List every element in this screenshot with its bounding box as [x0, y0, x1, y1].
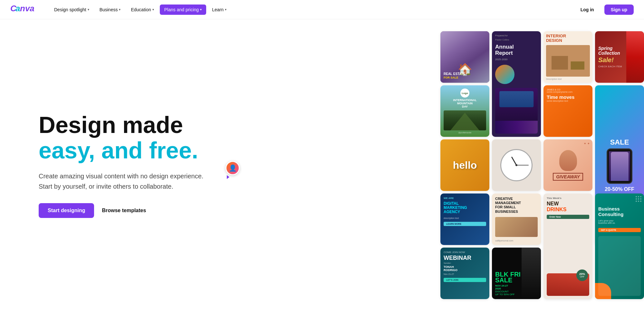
nav-item-business[interactable]: Business ▾: [95, 5, 125, 15]
template-grid: 🏠 REAL ESTATEFor SALE Prepared for Pasto…: [438, 19, 644, 311]
clock-face: [500, 149, 533, 181]
svg-text:nva: nva: [20, 4, 34, 13]
template-card-hello[interactable]: hello: [440, 139, 489, 191]
hero-text: Design made easy, and free. Create amazi…: [39, 112, 206, 218]
template-card-webinar[interactable]: COME JOIN NOW WEBINAR Speaker: TONAHRODR…: [440, 248, 489, 299]
nav-links: Design spotlight ▾ Business ▾ Education …: [50, 5, 574, 15]
canva-logo[interactable]: C a nva: [10, 4, 39, 15]
hero-title-line2: easy, and free.: [39, 138, 206, 163]
template-card-digital-marketing[interactable]: WE ARE DIGITALMARKETINGAGENCY descriptio…: [440, 193, 489, 245]
nav-item-learn[interactable]: Learn ▾: [207, 5, 231, 15]
svg-text:a: a: [15, 4, 20, 13]
template-card-creative-management[interactable]: CREATIVEMANAGEMENTFOR SMALLBUSINESSES ca…: [492, 193, 541, 245]
template-card-spring-collection[interactable]: SpringCollection Sale! CHECK EACH ITEM: [595, 31, 644, 83]
nav-item-education[interactable]: Education ▾: [126, 5, 158, 15]
nav-item-design-spotlight[interactable]: Design spotlight ▾: [50, 5, 94, 15]
hero-subtitle: Create amazing visual content with no de…: [39, 171, 206, 192]
chevron-down-icon: ▾: [88, 8, 89, 11]
chevron-down-icon: ▾: [200, 8, 202, 11]
template-card-mountain-day[interactable]: Logo INTERNATIONALMOUNTAINDAY @profileha…: [440, 85, 489, 137]
hero-actions: Start designing Browse templates: [39, 203, 206, 218]
nav-item-plans-pricing[interactable]: Plans and pricing ▾: [160, 5, 206, 15]
hello-text: hello: [453, 159, 477, 171]
template-card-business-consulting[interactable]: BusinessConsulting Let's grow yourbusine…: [595, 193, 644, 299]
nav-right: Log in Sign up: [574, 5, 634, 15]
template-card-giveaway[interactable]: ✦ ✦ GIVEAWAY: [543, 139, 592, 191]
template-card-interior-design[interactable]: INTERIORDESIGN Description text: [543, 31, 592, 83]
hero-title-line1: Design made: [39, 112, 206, 138]
template-card-time-moves[interactable]: JAMES & CO some.companyname.com Time mov…: [543, 85, 592, 137]
template-card-real-estate[interactable]: 🏠 REAL ESTATEFor SALE: [440, 31, 489, 83]
chevron-down-icon: ▾: [225, 8, 226, 11]
template-card-annual-report[interactable]: Prepared for Pastor Collins AnnualReport…: [492, 31, 541, 137]
hero-section: Design made easy, and free. Create amazi…: [0, 19, 644, 311]
navbar: C a nva Design spotlight ▾ Business ▾ Ed…: [0, 0, 644, 19]
template-card-clock[interactable]: [492, 139, 541, 191]
browse-templates-button[interactable]: Browse templates: [101, 203, 147, 218]
template-card-new-drinks[interactable]: This Week's NEWDRINKS Order Now 20% OFF: [543, 193, 592, 299]
chevron-down-icon: ▾: [152, 8, 154, 11]
template-card-blk-friday[interactable]: BLK FRISALE NOV 24-272020 DISCOUNTUP TO …: [492, 248, 541, 299]
logo-circle: Logo: [460, 89, 469, 98]
cursor-avatar: 👤: [226, 161, 242, 178]
cursor-pointer-icon: [227, 175, 229, 179]
card-label: REAL ESTATEFor SALE: [444, 72, 486, 80]
chevron-down-icon: ▾: [119, 8, 120, 11]
start-designing-button[interactable]: Start designing: [39, 203, 94, 218]
signup-button[interactable]: Sign up: [604, 5, 634, 15]
avatar: 👤: [226, 161, 240, 175]
login-button[interactable]: Log in: [574, 5, 601, 15]
